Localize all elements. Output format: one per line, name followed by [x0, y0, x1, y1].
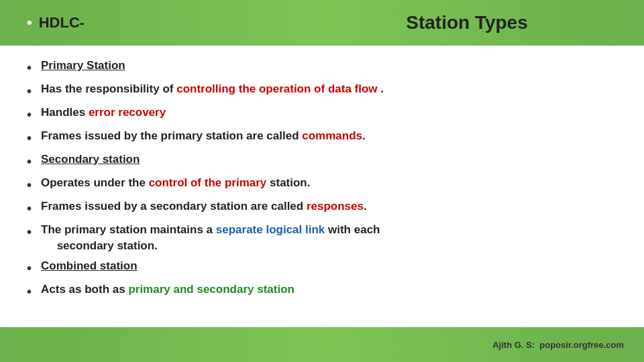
- combined-station-label: Combined station: [41, 259, 138, 272]
- bullet-icon: •: [27, 152, 32, 171]
- list-item: • Acts as both as primary and secondary …: [27, 282, 617, 301]
- bullet-icon: •: [27, 82, 32, 101]
- bullet-list: • Primary Station • Has the responsibili…: [27, 58, 617, 301]
- item-text: Primary Station: [41, 58, 617, 74]
- header-bullet-icon: •: [27, 14, 32, 32]
- bullet-icon: •: [27, 282, 32, 301]
- item-text: Handles error recovery: [41, 105, 617, 121]
- header-title-section: Station Types: [290, 12, 644, 34]
- header-bar: • HDLC- Station Types: [0, 0, 644, 46]
- footer-credit: Ajith G. S: poposir.orgfree.com: [492, 340, 624, 350]
- secondary-station-label: Secondary station: [41, 153, 140, 166]
- bullet-icon: •: [27, 199, 32, 218]
- item-text: The primary station maintains a separate…: [41, 222, 617, 254]
- highlight-text: commands: [302, 129, 362, 142]
- highlight-text: separate logical link: [216, 223, 325, 236]
- item-text: Frames issued by the primary station are…: [41, 128, 617, 144]
- highlight-text: primary and secondary station: [128, 283, 294, 296]
- item-text: Operates under the control of the primar…: [41, 175, 617, 191]
- footer-bar: Ajith G. S: poposir.orgfree.com: [0, 327, 644, 362]
- slide: • HDLC- Station Types • Primary Station …: [0, 0, 644, 362]
- list-item: • Combined station: [27, 258, 617, 278]
- bullet-icon: •: [27, 259, 32, 278]
- highlight-text: control of the primary: [149, 176, 267, 189]
- header-hdlc-label: HDLC-: [39, 14, 85, 32]
- list-item: • Frames issued by the primary station a…: [27, 128, 617, 147]
- list-item: • Has the responsibility of controlling …: [27, 81, 617, 101]
- list-item: • Handles error recovery: [27, 105, 617, 124]
- item-text: Frames issued by a secondary station are…: [41, 198, 617, 215]
- bullet-icon: •: [27, 176, 32, 194]
- list-item: • Operates under the control of the prim…: [27, 175, 617, 194]
- header-bullet-section: • HDLC-: [0, 14, 290, 32]
- bullet-icon: •: [27, 105, 32, 124]
- list-item: • Primary Station: [27, 58, 617, 77]
- bullet-icon: •: [27, 58, 32, 77]
- item-text: Secondary station: [41, 152, 617, 168]
- list-item: • The primary station maintains a separa…: [27, 222, 617, 254]
- item-text: Acts as both as primary and secondary st…: [41, 282, 617, 298]
- bullet-icon: •: [27, 223, 32, 241]
- highlight-text: responses: [307, 200, 364, 213]
- highlight-text: controlling the operation of data flow: [176, 82, 377, 95]
- list-item: • Secondary station: [27, 152, 617, 171]
- item-text: Has the responsibility of controlling th…: [41, 81, 617, 97]
- bullet-icon: •: [27, 129, 32, 147]
- primary-station-label: Primary Station: [41, 59, 125, 72]
- content-area: • Primary Station • Has the responsibili…: [0, 46, 644, 325]
- list-item: • Frames issued by a secondary station a…: [27, 198, 617, 218]
- item-text: Combined station: [41, 258, 617, 274]
- page-title: Station Types: [406, 12, 528, 34]
- highlight-text: error recovery: [89, 106, 166, 119]
